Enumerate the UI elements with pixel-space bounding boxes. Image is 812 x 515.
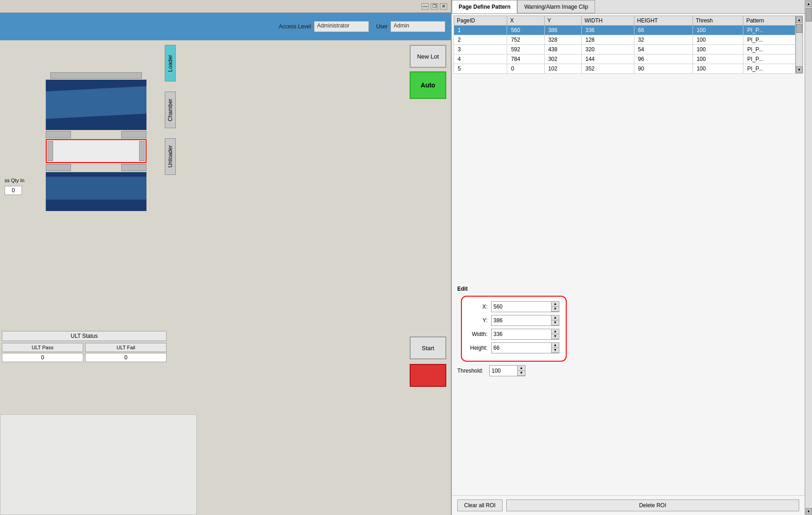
width-label: Width: bbox=[468, 331, 491, 337]
access-level-value: Administrator bbox=[314, 21, 369, 32]
clear-all-roi-button[interactable]: Clear all ROI bbox=[457, 499, 503, 511]
cell-id: 1 bbox=[454, 26, 507, 35]
table-header-row: PageID X Y WIDTH HEIGHT Thresh Pattern bbox=[454, 16, 796, 26]
machine-top-support bbox=[50, 72, 142, 79]
y-input[interactable] bbox=[492, 315, 551, 325]
cell-threshold: 100 bbox=[693, 26, 743, 35]
machine-bottom-supports bbox=[46, 164, 146, 171]
cell-id: 5 bbox=[454, 64, 507, 74]
red-action-button[interactable] bbox=[410, 364, 446, 387]
cell-height: 90 bbox=[634, 64, 693, 74]
bottom-buttons: Clear all ROI Delete ROI bbox=[452, 495, 805, 515]
x-spinner[interactable]: ▲ ▼ bbox=[551, 302, 559, 312]
x-input[interactable] bbox=[492, 302, 551, 312]
close-button[interactable]: ✕ bbox=[440, 3, 447, 10]
tab-warning-alarm[interactable]: Warning/Alarm Image Clip bbox=[517, 0, 595, 13]
height-spinner[interactable]: ▲ ▼ bbox=[551, 343, 559, 353]
spacer-area bbox=[452, 76, 805, 282]
content-area: ss Qty In 0 bbox=[0, 40, 451, 515]
col-height: HEIGHT bbox=[634, 16, 693, 26]
threshold-input[interactable] bbox=[490, 366, 517, 376]
qty-in-label: ss Qty In bbox=[5, 178, 24, 183]
table-row[interactable]: 4 784 302 144 96 100 PI_P... bbox=[454, 54, 796, 64]
y-spin-up[interactable]: ▲ bbox=[552, 315, 559, 320]
ult-pass-value: 0 bbox=[2, 353, 83, 362]
col-pattern: Pattern bbox=[743, 16, 796, 26]
user-value: Admin bbox=[390, 21, 445, 32]
table-row[interactable]: 1 560 386 336 66 100 PI_P... bbox=[454, 26, 796, 35]
col-pageid: PageID bbox=[454, 16, 507, 26]
panel-scroll-up[interactable]: ▲ bbox=[806, 0, 812, 7]
table-row[interactable]: 5 0 102 352 90 100 PI_P... bbox=[454, 64, 796, 74]
ult-status-panel: ULT Status ULT Pass ULT Fail 0 0 bbox=[0, 329, 174, 364]
panel-tabs: Page Define Pattern Warning/Alarm Image … bbox=[452, 0, 805, 14]
panel-scroll-down[interactable]: ▼ bbox=[806, 508, 812, 515]
y-row: Y: ▲ ▼ bbox=[468, 315, 559, 326]
cell-y: 302 bbox=[544, 54, 581, 64]
width-spin-down[interactable]: ▼ bbox=[552, 334, 559, 339]
edit-fields-container: X: ▲ ▼ Y: bbox=[457, 296, 799, 362]
minimize-button[interactable]: — bbox=[422, 3, 429, 10]
col-width: WIDTH bbox=[581, 16, 634, 26]
panel-scrollbar[interactable]: ▲ ▼ bbox=[805, 0, 812, 515]
cell-y: 386 bbox=[544, 26, 581, 35]
cell-pattern: PI_P... bbox=[743, 26, 796, 35]
y-input-wrap: ▲ ▼ bbox=[491, 315, 559, 326]
ult-status-title: ULT Status bbox=[2, 331, 167, 341]
threshold-spin-down[interactable]: ▼ bbox=[518, 371, 525, 376]
cell-threshold: 100 bbox=[693, 45, 743, 54]
y-spin-down[interactable]: ▼ bbox=[552, 320, 559, 325]
start-button[interactable]: Start bbox=[410, 336, 446, 359]
scroll-down-btn[interactable]: ▼ bbox=[796, 66, 802, 73]
table-scrollbar[interactable]: ▲ ▼ bbox=[796, 16, 803, 74]
bottom-panel bbox=[0, 414, 197, 515]
height-spin-down[interactable]: ▼ bbox=[552, 348, 559, 353]
tab-page-define-pattern[interactable]: Page Define Pattern bbox=[452, 0, 517, 13]
auto-button[interactable]: Auto bbox=[410, 71, 446, 99]
roi-left-support bbox=[48, 141, 53, 161]
table-row[interactable]: 2 752 328 128 32 100 PI_P... bbox=[454, 35, 796, 45]
table-scroll-area: PageID X Y WIDTH HEIGHT Thresh Pattern 1… bbox=[454, 16, 796, 74]
machine-bottom-body bbox=[46, 172, 146, 211]
cell-width: 144 bbox=[581, 54, 634, 64]
edit-box: X: ▲ ▼ Y: bbox=[461, 296, 567, 362]
ult-fail-value: 0 bbox=[85, 353, 167, 362]
col-x: X bbox=[507, 16, 544, 26]
scroll-thumb bbox=[796, 24, 802, 33]
vertical-labels-container: Loader Chamber Unloader bbox=[165, 45, 176, 175]
cell-pattern: PI_P... bbox=[743, 64, 796, 74]
width-input[interactable] bbox=[492, 329, 551, 339]
roi-right-support bbox=[139, 141, 145, 161]
threshold-label: Threshold: bbox=[457, 368, 489, 374]
machine-top-body bbox=[46, 80, 146, 130]
height-input[interactable] bbox=[492, 343, 551, 353]
access-level-field: Access Level Administrator bbox=[279, 21, 369, 32]
threshold-spinner[interactable]: ▲ ▼ bbox=[517, 366, 525, 376]
cell-y: 102 bbox=[544, 64, 581, 74]
cell-x: 560 bbox=[507, 26, 544, 35]
height-spin-up[interactable]: ▲ bbox=[552, 343, 559, 348]
chamber-label: Chamber bbox=[165, 92, 176, 128]
ult-values-row: 0 0 bbox=[2, 353, 167, 362]
new-lot-button[interactable]: New Lot bbox=[410, 45, 446, 68]
delete-roi-button[interactable]: Delete ROI bbox=[506, 499, 799, 511]
scroll-up-btn[interactable]: ▲ bbox=[796, 16, 802, 23]
width-spin-up[interactable]: ▲ bbox=[552, 329, 559, 334]
width-spinner[interactable]: ▲ ▼ bbox=[551, 329, 559, 339]
panel-scroll-track bbox=[805, 22, 812, 508]
access-level-label: Access Level bbox=[279, 23, 311, 30]
loader-label: Loader bbox=[165, 45, 176, 81]
height-row: Height: ▲ ▼ bbox=[468, 342, 559, 353]
table-row[interactable]: 3 592 438 320 54 100 PI_P... bbox=[454, 45, 796, 54]
y-spinner[interactable]: ▲ ▼ bbox=[551, 315, 559, 325]
threshold-spin-up[interactable]: ▲ bbox=[518, 366, 525, 371]
user-field: User Admin bbox=[376, 21, 445, 32]
x-spin-down[interactable]: ▼ bbox=[552, 307, 559, 312]
cell-threshold: 100 bbox=[693, 54, 743, 64]
x-label: X: bbox=[468, 304, 491, 310]
header-bar: Access Level Administrator User Admin bbox=[0, 13, 451, 40]
x-spin-up[interactable]: ▲ bbox=[552, 302, 559, 307]
restore-button[interactable]: ❐ bbox=[431, 3, 438, 10]
user-label: User bbox=[376, 23, 388, 30]
cell-y: 328 bbox=[544, 35, 581, 45]
